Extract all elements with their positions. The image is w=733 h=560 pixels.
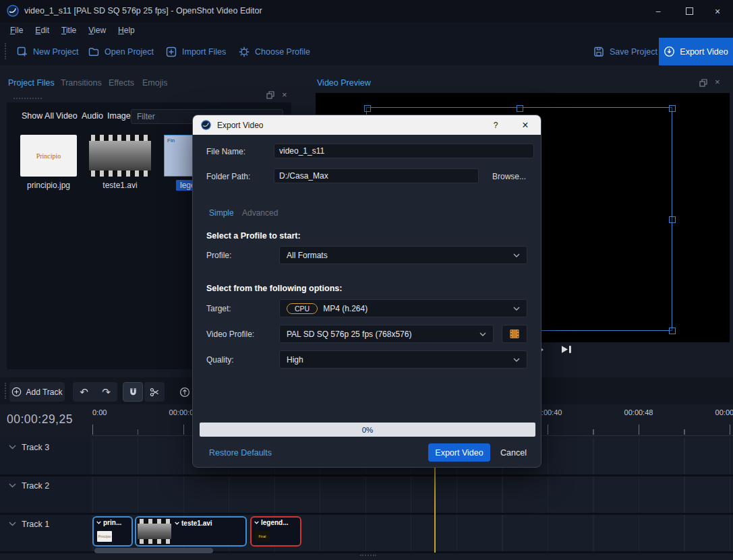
add-track-icon [11,387,22,397]
close-preview-icon[interactable]: × [715,78,720,86]
handle-top-center[interactable] [517,105,523,112]
menu-title[interactable]: Title [55,24,82,37]
magnet-icon [128,387,138,397]
browse-button[interactable]: Browse... [492,172,526,181]
import-files-button[interactable]: Import Files [161,38,230,65]
clip-teste1[interactable]: teste1.avi [135,516,247,547]
folder-path-input[interactable] [274,168,479,183]
clip-principio[interactable]: prin... Principio [92,516,133,547]
window-title: video_1_s11 [PAL SD SQ 576p 25 fps] - Op… [24,6,262,15]
undo-redo-group: ↶ ↷ [73,382,117,402]
track-header[interactable]: Track 2 [0,476,91,513]
handle-top-left[interactable] [364,105,371,112]
profile-select[interactable]: All Formats [279,246,527,264]
file-name-label: File Name: [206,147,245,156]
bottom-resize-handle[interactable] [360,555,376,556]
folder-path-label: Folder Path: [206,172,250,181]
dialog-close-button[interactable]: × [510,115,541,135]
handle-bottom-right[interactable] [669,328,676,334]
tab-video-preview[interactable]: Video Preview [317,78,371,88]
restore-defaults-button[interactable]: Restore Defaults [209,448,272,458]
track-content[interactable] [91,476,733,513]
file-item-teste1[interactable]: teste1.avi [89,135,151,190]
clip-thumbnail: Final [255,531,270,542]
target-select[interactable]: CPU MP4 (h.264) [279,299,527,317]
menu-view[interactable]: View [82,24,112,37]
chevron-down-icon [513,307,520,311]
open-project-icon [88,46,100,58]
undo-button[interactable]: ↶ [73,386,95,398]
maximize-icon [686,7,693,15]
tab-emojis[interactable]: Emojis [142,78,168,88]
choose-profile-button[interactable]: Choose Profile [234,38,314,65]
snapping-toggle-button[interactable] [123,382,143,402]
export-video-icon [664,46,675,57]
horizontal-scrollbar-thumb[interactable] [94,548,213,553]
choose-profile-icon [238,46,250,58]
menu-file[interactable]: File [4,24,29,37]
new-project-button[interactable]: New Project [12,38,82,65]
clip-chevron-icon [254,521,259,524]
timeline-drag-handle[interactable] [5,383,6,399]
section-options-heading: Select from the following options: [206,284,342,293]
chevron-down-icon [479,332,486,336]
save-project-button[interactable]: Save Project [589,38,662,65]
tab-effects[interactable]: Effects [109,78,134,88]
close-panel-icon[interactable]: × [282,91,287,99]
razor-tool-button[interactable] [144,382,165,402]
filter-image[interactable]: Image [105,108,134,124]
track-header[interactable]: Track 1 [0,515,91,551]
handle-top-right[interactable] [669,105,676,112]
dialog-cancel-button[interactable]: Cancel [500,448,527,458]
file-name-label: teste1.avi [89,181,151,190]
export-video-button[interactable]: Export Video [659,38,733,65]
tab-project-files[interactable]: Project Files [8,78,55,88]
chevron-down-icon [9,445,16,449]
video-profile-label: Video Profile: [206,330,254,339]
profile-browser-button[interactable] [502,325,527,343]
clip-chevron-icon [175,522,179,525]
redo-button[interactable]: ↷ [95,386,117,398]
clip-legend[interactable]: legend... Final [250,516,301,547]
section-profile-heading: Select a Profile to start: [206,231,301,241]
file-item-principio[interactable]: Principio principio.jpg [20,135,77,190]
dialog-export-video-button[interactable]: Export Video [428,443,490,462]
clip-chevron-icon [96,521,101,524]
tab-simple[interactable]: Simple [209,208,234,218]
tab-advanced[interactable]: Advanced [242,208,278,218]
filter-video[interactable]: Video [53,108,80,124]
file-name-input[interactable] [274,144,534,158]
track-header[interactable]: Track 3 [0,438,91,474]
tab-transitions[interactable]: Transitions [61,78,102,88]
ruler-time-label: 00:00:56 [715,408,733,416]
scissors-icon [150,387,159,397]
menu-help[interactable]: Help [112,24,141,37]
cpu-badge: CPU [287,303,318,314]
add-track-button[interactable]: Add Track [9,382,65,402]
close-button[interactable]: × [702,0,733,22]
toolbar-drag-handle[interactable] [5,43,6,59]
minimize-button[interactable]: – [643,0,674,22]
track-row-2: Track 2 [0,476,733,513]
openshot-window: video_1_s11 [PAL SD SQ 576p 25 fps] - Op… [0,0,733,560]
filter-audio[interactable]: Audio [79,108,106,124]
dialog-help-button[interactable]: ? [484,115,507,135]
openshot-logo-icon [7,5,19,17]
maximize-button[interactable] [674,0,705,22]
quality-select[interactable]: High [279,350,527,369]
open-project-button[interactable]: Open Project [84,38,158,65]
playhead-timecode: 00:00:29,25 [7,412,73,427]
menu-edit[interactable]: Edit [29,24,55,37]
file-thumbnail [89,135,151,177]
skip-to-end-icon[interactable] [560,344,573,354]
quality-label: Quality: [206,355,234,365]
ruler-time-label: 00:00:48 [624,408,653,416]
video-profile-select[interactable]: PAL SD SQ 576p 25 fps (768x576) [279,325,494,343]
float-panel-icon[interactable] [266,91,274,99]
handle-mid-right[interactable] [669,216,676,223]
export-progress-bar: 0% [200,423,535,437]
clip-thumbnail: Principio [97,531,112,542]
filter-show-all[interactable]: Show All [19,108,57,124]
panel-drag-handle[interactable] [13,98,42,99]
float-preview-icon[interactable] [699,79,707,87]
